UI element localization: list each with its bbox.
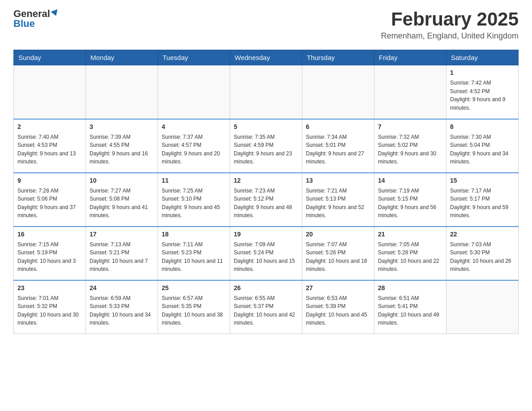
day-number: 1 bbox=[450, 68, 515, 77]
day-info: Sunrise: 7:39 AMSunset: 4:55 PMDaylight:… bbox=[90, 133, 154, 166]
day-info: Sunrise: 7:21 AMSunset: 5:13 PMDaylight:… bbox=[306, 187, 370, 220]
day-number: 8 bbox=[450, 122, 515, 132]
day-info: Sunrise: 7:05 AMSunset: 5:28 PMDaylight:… bbox=[378, 240, 442, 274]
day-number: 25 bbox=[162, 283, 226, 293]
calendar-cell bbox=[14, 65, 86, 119]
calendar-cell: 20Sunrise: 7:07 AMSunset: 5:26 PMDayligh… bbox=[302, 227, 374, 280]
calendar-cell: 4Sunrise: 7:37 AMSunset: 4:57 PMDaylight… bbox=[158, 119, 230, 173]
calendar-cell bbox=[86, 65, 158, 119]
day-number: 7 bbox=[378, 122, 442, 132]
day-info: Sunrise: 7:17 AMSunset: 5:17 PMDaylight:… bbox=[450, 187, 515, 220]
day-number: 21 bbox=[378, 230, 442, 239]
calendar-weekday-tuesday: Tuesday bbox=[158, 50, 230, 65]
calendar-cell: 3Sunrise: 7:39 AMSunset: 4:55 PMDaylight… bbox=[86, 119, 158, 173]
day-info: Sunrise: 7:30 AMSunset: 5:04 PMDaylight:… bbox=[450, 133, 515, 166]
day-number: 3 bbox=[90, 122, 154, 132]
day-number: 28 bbox=[378, 283, 442, 293]
day-info: Sunrise: 7:32 AMSunset: 5:02 PMDaylight:… bbox=[378, 133, 442, 166]
calendar-week-2: 2Sunrise: 7:40 AMSunset: 4:53 PMDaylight… bbox=[14, 119, 519, 173]
calendar-cell: 6Sunrise: 7:34 AMSunset: 5:01 PMDaylight… bbox=[302, 119, 374, 173]
calendar-cell: 27Sunrise: 6:53 AMSunset: 5:39 PMDayligh… bbox=[302, 280, 374, 334]
day-info: Sunrise: 7:35 AMSunset: 4:59 PMDaylight:… bbox=[234, 133, 298, 166]
calendar-cell bbox=[230, 65, 302, 119]
day-info: Sunrise: 6:57 AMSunset: 5:35 PMDaylight:… bbox=[162, 294, 226, 327]
calendar-cell: 19Sunrise: 7:09 AMSunset: 5:24 PMDayligh… bbox=[230, 227, 302, 280]
page-header: General Blue February 2025 Remenham, Eng… bbox=[13, 9, 519, 41]
calendar-cell: 1Sunrise: 7:42 AMSunset: 4:52 PMDaylight… bbox=[446, 65, 519, 119]
month-title: February 2025 bbox=[381, 9, 519, 30]
logo-text-general: General bbox=[13, 9, 50, 19]
calendar-weekday-friday: Friday bbox=[374, 50, 446, 65]
day-number: 6 bbox=[306, 122, 370, 132]
calendar-cell: 13Sunrise: 7:21 AMSunset: 5:13 PMDayligh… bbox=[302, 173, 374, 227]
day-info: Sunrise: 7:19 AMSunset: 5:15 PMDaylight:… bbox=[378, 187, 442, 220]
day-info: Sunrise: 7:34 AMSunset: 5:01 PMDaylight:… bbox=[306, 133, 370, 166]
day-info: Sunrise: 6:55 AMSunset: 5:37 PMDaylight:… bbox=[234, 294, 298, 327]
day-number: 24 bbox=[90, 283, 154, 293]
calendar-table: SundayMondayTuesdayWednesdayThursdayFrid… bbox=[13, 50, 519, 334]
calendar-cell: 12Sunrise: 7:23 AMSunset: 5:12 PMDayligh… bbox=[230, 173, 302, 227]
calendar-cell bbox=[158, 65, 230, 119]
day-info: Sunrise: 7:15 AMSunset: 5:19 PMDaylight:… bbox=[17, 240, 82, 274]
calendar-cell bbox=[374, 65, 446, 119]
title-block: February 2025 Remenham, England, United … bbox=[381, 9, 519, 41]
calendar-cell: 11Sunrise: 7:25 AMSunset: 5:10 PMDayligh… bbox=[158, 173, 230, 227]
day-info: Sunrise: 7:11 AMSunset: 5:23 PMDaylight:… bbox=[162, 240, 226, 274]
day-number: 19 bbox=[234, 230, 298, 239]
calendar-cell: 9Sunrise: 7:28 AMSunset: 5:06 PMDaylight… bbox=[14, 173, 86, 227]
calendar-cell: 26Sunrise: 6:55 AMSunset: 5:37 PMDayligh… bbox=[230, 280, 302, 334]
calendar-cell: 28Sunrise: 6:51 AMSunset: 5:41 PMDayligh… bbox=[374, 280, 446, 334]
day-number: 14 bbox=[378, 176, 442, 185]
day-info: Sunrise: 7:25 AMSunset: 5:10 PMDaylight:… bbox=[162, 187, 226, 220]
calendar-cell: 25Sunrise: 6:57 AMSunset: 5:35 PMDayligh… bbox=[158, 280, 230, 334]
day-number: 15 bbox=[450, 176, 515, 185]
location-title: Remenham, England, United Kingdom bbox=[381, 31, 519, 41]
calendar-cell: 2Sunrise: 7:40 AMSunset: 4:53 PMDaylight… bbox=[14, 119, 86, 173]
calendar-cell bbox=[446, 280, 519, 334]
calendar-cell: 24Sunrise: 6:59 AMSunset: 5:33 PMDayligh… bbox=[86, 280, 158, 334]
day-info: Sunrise: 6:51 AMSunset: 5:41 PMDaylight:… bbox=[378, 294, 442, 327]
day-number: 12 bbox=[234, 176, 298, 185]
calendar-week-1: 1Sunrise: 7:42 AMSunset: 4:52 PMDaylight… bbox=[14, 65, 519, 119]
day-info: Sunrise: 7:37 AMSunset: 4:57 PMDaylight:… bbox=[162, 133, 226, 166]
day-info: Sunrise: 7:42 AMSunset: 4:52 PMDaylight:… bbox=[450, 79, 515, 112]
day-number: 13 bbox=[306, 176, 370, 185]
day-number: 17 bbox=[90, 230, 154, 239]
calendar-cell: 22Sunrise: 7:03 AMSunset: 5:30 PMDayligh… bbox=[446, 227, 519, 280]
day-info: Sunrise: 7:07 AMSunset: 5:26 PMDaylight:… bbox=[306, 240, 370, 274]
day-info: Sunrise: 7:27 AMSunset: 5:08 PMDaylight:… bbox=[90, 187, 154, 220]
calendar-cell bbox=[302, 65, 374, 119]
calendar-cell: 10Sunrise: 7:27 AMSunset: 5:08 PMDayligh… bbox=[86, 173, 158, 227]
logo-text-blue: Blue bbox=[13, 19, 59, 29]
calendar-weekday-wednesday: Wednesday bbox=[230, 50, 302, 65]
day-number: 2 bbox=[17, 122, 82, 132]
calendar-header-row: SundayMondayTuesdayWednesdayThursdayFrid… bbox=[14, 50, 519, 65]
day-number: 20 bbox=[306, 230, 370, 239]
calendar-cell: 8Sunrise: 7:30 AMSunset: 5:04 PMDaylight… bbox=[446, 119, 519, 173]
day-number: 5 bbox=[234, 122, 298, 132]
day-number: 18 bbox=[162, 230, 226, 239]
calendar-week-3: 9Sunrise: 7:28 AMSunset: 5:06 PMDaylight… bbox=[14, 173, 519, 227]
day-number: 9 bbox=[17, 176, 82, 185]
calendar-cell: 14Sunrise: 7:19 AMSunset: 5:15 PMDayligh… bbox=[374, 173, 446, 227]
calendar-cell: 21Sunrise: 7:05 AMSunset: 5:28 PMDayligh… bbox=[374, 227, 446, 280]
day-number: 10 bbox=[90, 176, 154, 185]
day-info: Sunrise: 7:28 AMSunset: 5:06 PMDaylight:… bbox=[17, 187, 82, 220]
day-number: 27 bbox=[306, 283, 370, 293]
day-info: Sunrise: 7:09 AMSunset: 5:24 PMDaylight:… bbox=[234, 240, 298, 274]
calendar-week-5: 23Sunrise: 7:01 AMSunset: 5:32 PMDayligh… bbox=[14, 280, 519, 334]
calendar-week-4: 16Sunrise: 7:15 AMSunset: 5:19 PMDayligh… bbox=[14, 227, 519, 280]
calendar-cell: 15Sunrise: 7:17 AMSunset: 5:17 PMDayligh… bbox=[446, 173, 519, 227]
calendar-weekday-saturday: Saturday bbox=[446, 50, 519, 65]
day-info: Sunrise: 7:01 AMSunset: 5:32 PMDaylight:… bbox=[17, 294, 82, 327]
logo: General Blue bbox=[13, 9, 59, 29]
calendar-weekday-thursday: Thursday bbox=[302, 50, 374, 65]
day-number: 4 bbox=[162, 122, 226, 132]
day-info: Sunrise: 6:59 AMSunset: 5:33 PMDaylight:… bbox=[90, 294, 154, 327]
calendar-weekday-monday: Monday bbox=[86, 50, 158, 65]
day-number: 11 bbox=[162, 176, 226, 185]
day-info: Sunrise: 6:53 AMSunset: 5:39 PMDaylight:… bbox=[306, 294, 370, 327]
day-info: Sunrise: 7:40 AMSunset: 4:53 PMDaylight:… bbox=[17, 133, 82, 166]
calendar-cell: 16Sunrise: 7:15 AMSunset: 5:19 PMDayligh… bbox=[14, 227, 86, 280]
day-info: Sunrise: 7:23 AMSunset: 5:12 PMDaylight:… bbox=[234, 187, 298, 220]
